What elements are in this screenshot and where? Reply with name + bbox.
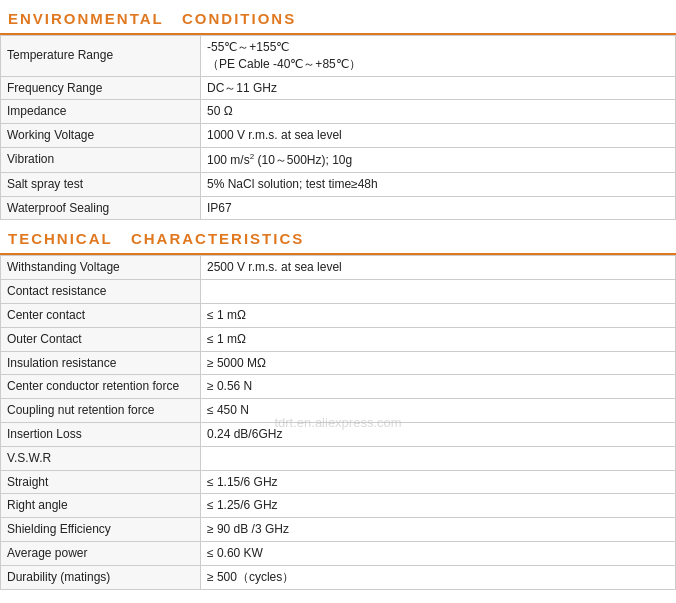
table-cell-value: IP67 xyxy=(201,196,676,220)
table-cell-label: Shielding Efficiency xyxy=(1,518,201,542)
table-row: Center conductor retention force≥ 0.56 N xyxy=(1,375,676,399)
table-row: Coupling nut retention force≤ 450 N xyxy=(1,399,676,423)
table-row: Average power≤ 0.60 KW xyxy=(1,541,676,565)
table-row: Temperature Range-55℃～+155℃（PE Cable -40… xyxy=(1,36,676,77)
table-cell-label: Coupling nut retention force xyxy=(1,399,201,423)
table-cell-label: Outer Contact xyxy=(1,327,201,351)
table-row: Frequency RangeDC～11 GHz xyxy=(1,76,676,100)
table-row: Right angle≤ 1.25/6 GHz xyxy=(1,494,676,518)
table-row: Insulation resistance≥ 5000 MΩ xyxy=(1,351,676,375)
table-row: Center contact≤ 1 mΩ xyxy=(1,303,676,327)
table-row: Withstanding Voltage2500 V r.m.s. at sea… xyxy=(1,256,676,280)
table-cell-value xyxy=(201,280,676,304)
table-cell-value: DC～11 GHz xyxy=(201,76,676,100)
table-cell-label: Insertion Loss xyxy=(1,422,201,446)
table-cell-value: ≥ 5000 MΩ xyxy=(201,351,676,375)
table-cell-value: ≥ 90 dB /3 GHz xyxy=(201,518,676,542)
table-row: Straight≤ 1.15/6 GHz xyxy=(1,470,676,494)
table-cell-label: Frequency Range xyxy=(1,76,201,100)
table-cell-label: Impedance xyxy=(1,100,201,124)
table-cell-value: ≤ 1 mΩ xyxy=(201,327,676,351)
table-row: Shielding Efficiency≥ 90 dB /3 GHz xyxy=(1,518,676,542)
table-cell-value: 0.24 dB/6GHz xyxy=(201,422,676,446)
table-cell-label: Durability (matings) xyxy=(1,565,201,589)
table-row: Impedance50 Ω xyxy=(1,100,676,124)
table-technical: Withstanding Voltage2500 V r.m.s. at sea… xyxy=(0,255,676,589)
section-title-suffix: PLATING xyxy=(138,600,217,603)
table-cell-label: Right angle xyxy=(1,494,201,518)
table-cell-value: ≤ 1.25/6 GHz xyxy=(201,494,676,518)
table-row: Waterproof SealingIP67 xyxy=(1,196,676,220)
table-cell-value: 5% NaCl solution; test time≥48h xyxy=(201,172,676,196)
section-title-prefix: ENVIRONMENTAL xyxy=(8,10,163,27)
table-cell-label: V.S.W.R xyxy=(1,446,201,470)
table-row: Contact resistance xyxy=(1,280,676,304)
table-cell-value: ≥ 500（cycles） xyxy=(201,565,676,589)
table-row: Insertion Loss0.24 dB/6GHz xyxy=(1,422,676,446)
section-title-suffix: CHARACTERISTICS xyxy=(131,230,304,247)
table-cell-label: Vibration xyxy=(1,147,201,172)
table-cell-value xyxy=(201,446,676,470)
section-title-suffix: CONDITIONS xyxy=(182,10,296,27)
table-cell-value: 2500 V r.m.s. at sea level xyxy=(201,256,676,280)
table-cell-label: Temperature Range xyxy=(1,36,201,77)
table-cell-label: Withstanding Voltage xyxy=(1,256,201,280)
section-header-material: MATERIAL & PLATING xyxy=(0,594,676,603)
table-cell-value: -55℃～+155℃（PE Cable -40℃～+85℃） xyxy=(201,36,676,77)
section-title-prefix: MATERIAL & xyxy=(8,600,119,603)
data-table: Withstanding Voltage2500 V r.m.s. at sea… xyxy=(0,255,676,589)
table-cell-label: Salt spray test xyxy=(1,172,201,196)
table-cell-label: Center contact xyxy=(1,303,201,327)
table-row: Outer Contact≤ 1 mΩ xyxy=(1,327,676,351)
table-environmental: Temperature Range-55℃～+155℃（PE Cable -40… xyxy=(0,35,676,220)
table-cell-label: Waterproof Sealing xyxy=(1,196,201,220)
table-cell-label: Contact resistance xyxy=(1,280,201,304)
table-cell-value: ≥ 0.56 N xyxy=(201,375,676,399)
table-cell-label: Insulation resistance xyxy=(1,351,201,375)
table-cell-value: 50 Ω xyxy=(201,100,676,124)
table-row: Vibration100 m/s2 (10～500Hz); 10g xyxy=(1,147,676,172)
table-cell-value: 1000 V r.m.s. at sea level xyxy=(201,124,676,148)
table-cell-value: ≤ 450 N xyxy=(201,399,676,423)
section-title-prefix: TECHNICAL xyxy=(8,230,112,247)
table-row: V.S.W.R xyxy=(1,446,676,470)
table-cell-value: 100 m/s2 (10～500Hz); 10g xyxy=(201,147,676,172)
section-header-environmental: ENVIRONMENTAL CONDITIONS xyxy=(0,4,676,35)
table-cell-value: ≤ 0.60 KW xyxy=(201,541,676,565)
table-row: Salt spray test5% NaCl solution; test ti… xyxy=(1,172,676,196)
table-cell-value: ≤ 1 mΩ xyxy=(201,303,676,327)
table-cell-value: ≤ 1.15/6 GHz xyxy=(201,470,676,494)
table-cell-label: Center conductor retention force xyxy=(1,375,201,399)
table-row: Durability (matings)≥ 500（cycles） xyxy=(1,565,676,589)
section-header-technical: TECHNICAL CHARACTERISTICS xyxy=(0,224,676,255)
table-row: Working Voltage1000 V r.m.s. at sea leve… xyxy=(1,124,676,148)
table-cell-label: Working Voltage xyxy=(1,124,201,148)
table-cell-label: Average power xyxy=(1,541,201,565)
table-cell-label: Straight xyxy=(1,470,201,494)
data-table: Temperature Range-55℃～+155℃（PE Cable -40… xyxy=(0,35,676,220)
